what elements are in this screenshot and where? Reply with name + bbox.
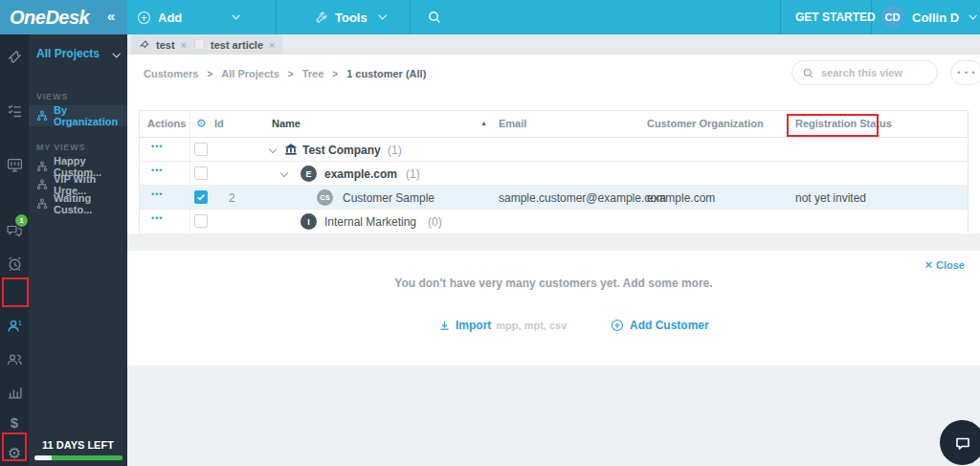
close-panel-button[interactable]: × Close xyxy=(924,257,965,272)
org-chart-icon xyxy=(36,179,48,190)
row-name: Internal Marketing xyxy=(324,215,416,229)
more-options-button[interactable]: • • • xyxy=(950,60,980,85)
table-row-internal-marketing[interactable]: ••• I Internal Marketing (0) xyxy=(140,210,968,233)
empty-state-message: You don't have very many customers yet. … xyxy=(127,277,980,290)
row-org: example.com xyxy=(647,191,715,205)
breadcrumb-tree[interactable]: Tree xyxy=(302,68,324,79)
row-checkbox[interactable] xyxy=(194,166,208,180)
search-placeholder: search this view xyxy=(821,67,902,78)
tickets-icon[interactable] xyxy=(0,44,29,69)
row-actions-icon[interactable]: ••• xyxy=(151,166,163,175)
tab-label: test xyxy=(156,39,175,51)
annotation-box-customers-icon xyxy=(2,277,29,307)
board-icon[interactable] xyxy=(0,152,29,177)
row-count: (1) xyxy=(388,144,402,157)
users-icon[interactable] xyxy=(0,347,29,372)
row-count: (1) xyxy=(406,167,420,181)
wrench-icon xyxy=(314,11,328,25)
org-chart-icon xyxy=(36,198,48,210)
all-projects-selector[interactable]: All Projects xyxy=(36,47,100,60)
nav-divider xyxy=(276,0,277,34)
import-button[interactable]: Import mpp, mpt, csv xyxy=(438,319,567,332)
sidebar-view-by-organization[interactable]: By Organization xyxy=(29,105,127,126)
row-actions-icon[interactable]: ••• xyxy=(151,142,163,151)
collapse-chevron-icon[interactable] xyxy=(269,145,277,153)
table-row-example-com[interactable]: ••• E example.com (1) xyxy=(140,162,968,186)
trial-days-left: 11 DAYS LEFT xyxy=(29,439,127,451)
add-button[interactable]: Add xyxy=(137,0,182,34)
get-started-button[interactable]: GET STARTED xyxy=(795,0,876,34)
sidebar-view-waiting[interactable]: Waiting Custo... xyxy=(29,193,127,214)
nav-divider xyxy=(780,0,781,34)
collapse-chevron-icon[interactable] xyxy=(280,169,288,177)
views-section-label: VIEWS xyxy=(36,92,68,101)
header-name[interactable]: Name xyxy=(272,118,301,129)
customer-avatar: CS xyxy=(317,189,333,206)
row-actions-icon[interactable]: ••• xyxy=(151,213,163,223)
tab-close-icon[interactable]: × xyxy=(269,39,275,51)
user-name: Collin D xyxy=(912,11,959,25)
nav-divider xyxy=(410,0,411,34)
breadcrumb-customers[interactable]: Customers xyxy=(144,68,198,79)
table-row-customer-sample[interactable]: ••• 2 CS Customer Sample sample.customer… xyxy=(140,186,968,210)
add-chevron-icon[interactable] xyxy=(232,11,239,19)
tab-test-article[interactable]: test article × xyxy=(187,34,282,55)
sidebar-collapse-button[interactable]: « xyxy=(107,8,115,24)
header-org[interactable]: Customer Organization xyxy=(647,118,764,129)
progress-remaining xyxy=(52,455,122,460)
tasks-icon[interactable] xyxy=(0,98,29,122)
column-settings-gear-icon[interactable]: ⚙ xyxy=(196,117,207,130)
analytics-icon[interactable] xyxy=(0,379,29,404)
view-label: Waiting Custo... xyxy=(54,192,127,215)
user-menu[interactable]: Collin D xyxy=(912,0,959,34)
header-id[interactable]: Id xyxy=(214,118,224,129)
row-checkbox[interactable] xyxy=(194,214,208,228)
tab-test[interactable]: test × xyxy=(131,34,194,55)
header-email[interactable]: Email xyxy=(499,118,526,129)
get-started-label: GET STARTED xyxy=(795,11,876,24)
timesheets-icon[interactable] xyxy=(0,251,29,276)
customers-icon[interactable] xyxy=(0,314,29,339)
all-projects-chevron-icon[interactable] xyxy=(112,50,120,57)
onedesk-logo: OneDesk xyxy=(0,7,89,29)
row-name: example.com xyxy=(324,167,397,181)
global-search-icon[interactable] xyxy=(427,10,442,25)
sort-ascending-icon[interactable]: ▲ xyxy=(480,120,487,126)
org-chart-icon xyxy=(36,110,48,122)
open-tabs-bar: test × test article × xyxy=(127,34,980,55)
search-icon xyxy=(802,67,814,79)
article-icon xyxy=(194,39,205,50)
row-actions-icon[interactable]: ••• xyxy=(151,189,163,199)
top-navbar: OneDesk « Add Tools GET STARTED CD xyxy=(0,0,980,34)
tab-label: test article xyxy=(211,39,263,51)
tools-chevron-icon[interactable] xyxy=(378,11,386,19)
import-label: Import xyxy=(456,319,491,332)
row-checkbox-checked[interactable] xyxy=(194,190,208,204)
row-name: Customer Sample xyxy=(343,191,434,205)
breadcrumb-separator: > xyxy=(332,69,338,79)
row-email: sample.customer@example.com xyxy=(499,191,666,205)
header-actions[interactable]: Actions xyxy=(147,118,186,129)
breadcrumb-separator: > xyxy=(207,69,212,79)
breadcrumb-all-projects[interactable]: All Projects xyxy=(221,68,279,79)
chat-launcher-button[interactable] xyxy=(940,420,980,465)
org-avatar: I xyxy=(301,213,317,230)
add-customer-button[interactable]: Add Customer xyxy=(611,319,709,332)
add-label: Add xyxy=(158,11,182,25)
tools-button[interactable]: Tools xyxy=(314,0,368,34)
table-row-test-company[interactable]: ••• Test Company (1) xyxy=(140,138,968,162)
row-checkbox[interactable] xyxy=(194,143,208,156)
view-search-input[interactable]: search this view xyxy=(791,60,938,85)
breadcrumb: Customers > All Projects > Tree > 1 cust… xyxy=(144,68,426,79)
my-views-section-label: MY VIEWS xyxy=(36,143,85,152)
breadcrumb-current: 1 customer (All) xyxy=(346,68,426,79)
user-avatar[interactable]: CD xyxy=(880,5,904,29)
tools-label: Tools xyxy=(335,11,368,25)
financials-icon[interactable]: $ xyxy=(0,410,29,434)
logo-block: OneDesk « xyxy=(0,0,127,34)
annotation-box-registration-status xyxy=(787,114,879,137)
user-chevron-icon[interactable] xyxy=(969,11,976,19)
progress-elapsed xyxy=(34,455,52,460)
download-icon xyxy=(438,320,451,332)
chat-bubble-icon xyxy=(953,433,972,453)
